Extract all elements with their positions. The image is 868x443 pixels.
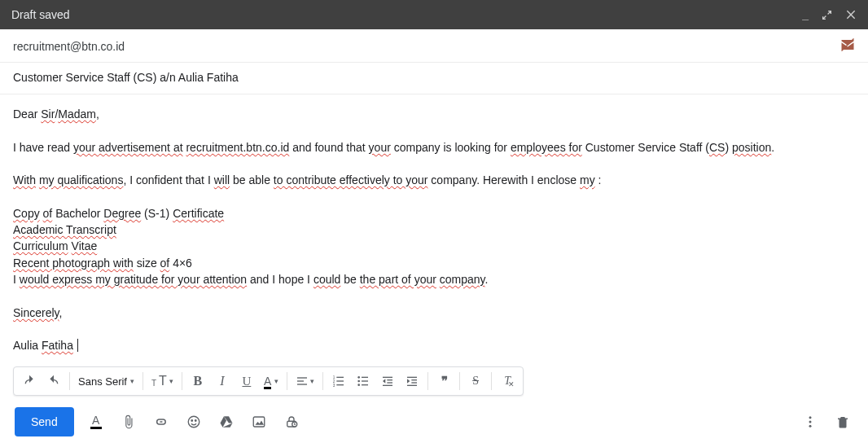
recipient-address: recruitment@btn.co.id (13, 40, 125, 53)
svg-rect-19 (383, 385, 392, 386)
svg-point-12 (357, 384, 360, 386)
line-attach-1: Copy of Bachelor Degree (S-1) Certificat… (13, 205, 855, 222)
minimize-icon[interactable]: _ (802, 8, 809, 21)
svg-rect-24 (407, 385, 417, 386)
svg-marker-25 (407, 379, 410, 383)
svg-text:3: 3 (333, 384, 335, 388)
subject-text: Customer Service Staff (CS) a/n Aulia Fa… (13, 71, 239, 84)
line-attach-2: Academic Transcript (13, 222, 855, 238)
svg-rect-16 (383, 377, 392, 378)
svg-rect-9 (336, 384, 344, 385)
svg-rect-18 (387, 382, 392, 383)
svg-rect-17 (387, 379, 392, 380)
confidential-mode-off-icon[interactable] (840, 37, 855, 55)
svg-rect-32 (253, 417, 265, 427)
insert-link-icon[interactable] (151, 411, 172, 432)
svg-rect-3 (297, 384, 307, 384)
insert-drive-icon[interactable] (216, 411, 237, 432)
insert-emoji-icon[interactable] (183, 411, 204, 432)
italic-button[interactable]: I (210, 370, 235, 393)
align-button[interactable]: ▾ (291, 370, 319, 393)
svg-point-36 (809, 416, 812, 419)
close-icon[interactable] (845, 9, 857, 20)
svg-point-38 (809, 425, 812, 428)
svg-marker-33 (255, 421, 264, 425)
svg-rect-23 (411, 382, 417, 383)
remove-formatting-button[interactable]: T✕ (495, 370, 519, 393)
line-attach-4: Recent photograph with size of 4×6 (13, 255, 855, 271)
indent-more-button[interactable] (400, 370, 424, 393)
svg-rect-21 (407, 377, 417, 378)
insert-photo-icon[interactable] (248, 411, 270, 432)
redo-icon[interactable] (42, 370, 66, 393)
compose-titlebar: Draft saved _ (0, 0, 868, 29)
underline-button[interactable]: U (235, 370, 259, 393)
line-intro: I have read your advertisement at recrui… (13, 139, 855, 156)
quote-button[interactable]: ❞ (432, 370, 456, 393)
svg-point-28 (195, 420, 196, 422)
svg-rect-22 (411, 379, 417, 380)
line-attach-3: Curriculum Vitae (13, 238, 855, 254)
svg-point-10 (357, 376, 360, 379)
svg-point-37 (809, 421, 812, 423)
recipients-row[interactable]: recruitment@btn.co.id (0, 29, 868, 63)
bold-button[interactable]: B (186, 370, 210, 393)
line-gratitude: I would express my gratitude for your at… (13, 271, 855, 287)
svg-rect-8 (336, 380, 344, 381)
svg-rect-7 (336, 377, 344, 378)
text-color-button[interactable]: A ▾ (259, 370, 283, 393)
svg-rect-15 (362, 384, 368, 385)
svg-point-27 (191, 420, 193, 422)
svg-marker-20 (383, 379, 385, 383)
svg-point-11 (357, 380, 360, 383)
line-greeting: Dear Sir/Madam, (13, 106, 855, 122)
font-family-select[interactable]: Sans Serif▾ (73, 370, 139, 393)
svg-rect-14 (362, 380, 368, 381)
svg-rect-1 (297, 377, 307, 378)
expand-icon[interactable] (822, 10, 832, 20)
discard-draft-icon[interactable] (832, 411, 853, 432)
formatting-toolbar: Sans Serif▾ TT▾ B I U A ▾ ▾ 123 ❞ S T✕ (13, 366, 524, 396)
numbered-list-button[interactable]: 123 (327, 370, 351, 393)
strikethrough-button[interactable]: S (463, 370, 488, 393)
svg-point-26 (188, 416, 199, 428)
text-formatting-toggle[interactable]: A (85, 411, 107, 432)
titlebar-actions: _ (802, 8, 857, 21)
confidential-mode-icon[interactable] (281, 411, 302, 432)
email-body[interactable]: Dear Sir/Madam, I have read your adverti… (0, 94, 868, 363)
more-options-icon[interactable] (800, 411, 821, 432)
subject-row[interactable]: Customer Service Staff (CS) a/n Aulia Fa… (0, 63, 868, 94)
undo-icon[interactable] (17, 370, 42, 393)
send-button[interactable]: Send (15, 407, 74, 436)
line-signature: Aulia Fatiha (13, 337, 855, 353)
svg-rect-2 (297, 380, 304, 381)
line-qual: With my qualifications, I confident that… (13, 172, 855, 188)
attach-file-icon[interactable] (118, 411, 139, 432)
compose-bottombar: Send A (0, 401, 868, 443)
svg-rect-13 (362, 377, 368, 378)
line-sincerely: Sincerely, (13, 305, 855, 321)
bulleted-list-button[interactable] (351, 370, 375, 393)
font-size-select[interactable]: TT▾ (147, 370, 178, 393)
compose-title: Draft saved (11, 8, 70, 21)
indent-less-button[interactable] (375, 370, 400, 393)
